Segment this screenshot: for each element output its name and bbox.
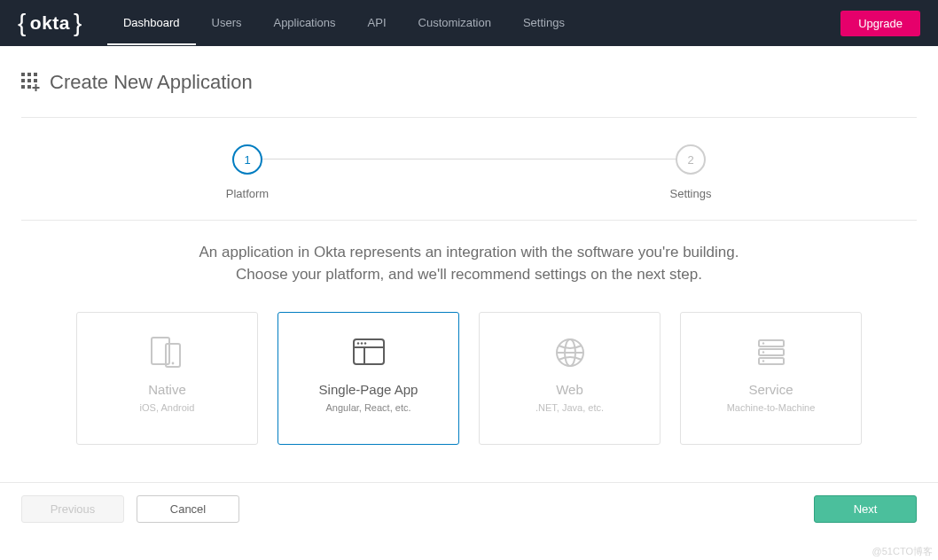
svg-rect-6	[21, 85, 25, 89]
button-label: Next	[854, 502, 878, 516]
button-label: Previous	[51, 502, 96, 516]
nav-label: API	[368, 16, 387, 29]
svg-rect-0	[21, 73, 25, 76]
step-settings[interactable]: 2 Settings	[646, 144, 735, 200]
intro-line: Choose your platform, and we'll recommen…	[236, 266, 702, 283]
platform-card-title: Service	[681, 382, 861, 397]
nav-label: Settings	[523, 16, 565, 29]
nav-label: Dashboard	[123, 16, 180, 29]
nav-item-users[interactable]: Users	[196, 2, 258, 45]
apps-grid-add-icon	[21, 73, 41, 92]
svg-rect-1	[27, 73, 31, 76]
upgrade-label: Upgrade	[858, 17, 903, 30]
platform-card-subtitle: Machine-to-Machine	[681, 402, 861, 413]
platform-cards: Native iOS, Android Single-Page App Angu…	[21, 312, 917, 445]
svg-rect-7	[27, 85, 31, 89]
platform-card-subtitle: Angular, React, etc.	[278, 402, 458, 413]
divider	[21, 117, 917, 118]
platform-card-subtitle: iOS, Android	[77, 402, 257, 413]
next-button[interactable]: Next	[814, 495, 917, 523]
svg-point-16	[356, 343, 358, 345]
page: Create New Application 1 Platform 2 Sett…	[0, 46, 938, 445]
svg-point-18	[363, 343, 365, 345]
platform-card-title: Single-Page App	[278, 382, 458, 397]
globe-icon	[480, 332, 660, 373]
platform-card-title: Native	[77, 382, 257, 397]
platform-card-service[interactable]: Service Machine-to-Machine	[680, 312, 862, 445]
intro-text: An application in Okta represents an int…	[150, 242, 788, 285]
nav-label: Customization	[418, 16, 491, 29]
nav-item-dashboard[interactable]: Dashboard	[107, 2, 196, 45]
server-stack-icon	[681, 332, 861, 373]
svg-rect-3	[21, 79, 25, 82]
nav-items: Dashboard Users Applications API Customi…	[107, 2, 581, 45]
button-label: Cancel	[170, 502, 206, 516]
page-title: Create New Application	[50, 71, 253, 94]
nav-item-settings[interactable]: Settings	[507, 2, 581, 45]
page-title-row: Create New Application	[21, 71, 917, 94]
brand-logo: okta	[18, 9, 82, 37]
step-platform[interactable]: 1 Platform	[203, 144, 292, 200]
wizard-footer: Previous Cancel Next	[0, 483, 938, 539]
step-label: Settings	[646, 187, 735, 200]
step-label: Platform	[203, 187, 292, 200]
platform-card-subtitle: .NET, Java, etc.	[480, 402, 660, 413]
nav-label: Applications	[273, 16, 335, 29]
nav-item-api[interactable]: API	[352, 2, 403, 45]
brand-text: okta	[30, 12, 70, 34]
step-number: 1	[232, 144, 262, 175]
svg-point-27	[762, 361, 763, 362]
top-nav: okta Dashboard Users Applications API Cu…	[0, 0, 938, 46]
svg-rect-2	[34, 73, 37, 76]
svg-rect-4	[27, 79, 31, 82]
svg-point-12	[171, 362, 174, 365]
platform-card-title: Web	[480, 382, 660, 397]
platform-card-spa[interactable]: Single-Page App Angular, React, etc.	[277, 312, 459, 445]
svg-rect-9	[33, 87, 40, 89]
wizard-stepper: 1 Platform 2 Settings	[203, 144, 735, 200]
svg-rect-5	[34, 79, 37, 82]
nav-item-applications[interactable]: Applications	[257, 2, 351, 45]
svg-point-25	[762, 343, 763, 345]
platform-card-web[interactable]: Web .NET, Java, etc.	[479, 312, 661, 445]
step-number: 2	[676, 144, 706, 175]
nav-item-customization[interactable]: Customization	[403, 2, 507, 45]
svg-point-26	[762, 352, 763, 354]
upgrade-button[interactable]: Upgrade	[840, 11, 920, 36]
footer-left: Previous Cancel	[21, 495, 239, 523]
previous-button: Previous	[21, 495, 124, 523]
stepper-line	[247, 159, 691, 159]
nav-label: Users	[212, 16, 242, 29]
intro-line: An application in Okta represents an int…	[199, 244, 739, 261]
cancel-button[interactable]: Cancel	[137, 495, 239, 523]
divider	[21, 220, 917, 221]
svg-point-17	[360, 343, 362, 345]
browser-window-icon	[278, 332, 458, 373]
mobile-devices-icon	[77, 332, 257, 373]
nav-left: okta Dashboard Users Applications API Cu…	[18, 2, 581, 45]
platform-card-native[interactable]: Native iOS, Android	[76, 312, 258, 445]
